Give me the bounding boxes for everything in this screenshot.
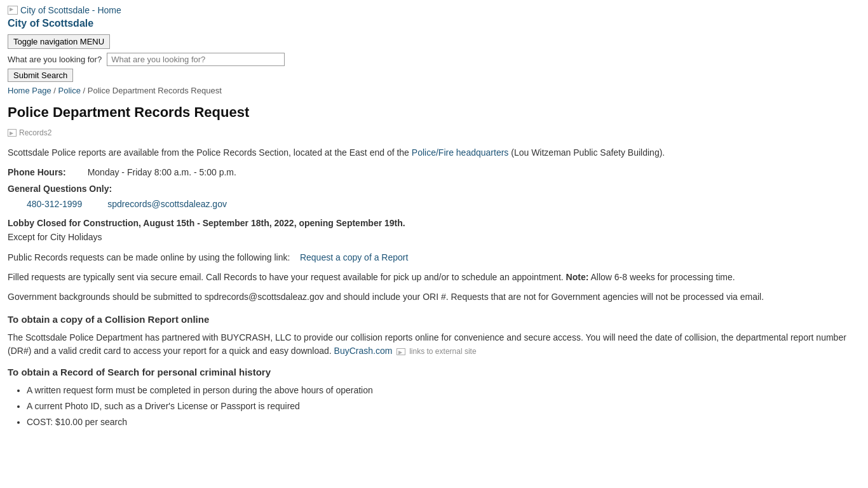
breadcrumb-police[interactable]: Police — [58, 86, 81, 95]
list-item: A current Photo ID, such as a Driver's L… — [27, 400, 860, 413]
phone-hours-label: Phone Hours: — [8, 167, 66, 177]
general-questions-label: General Questions Only: — [8, 184, 860, 194]
logo-image-icon: ▶ — [8, 6, 18, 15]
list-item: COST: $10.00 per search — [27, 416, 860, 429]
phone-link[interactable]: 480-312-1999 — [27, 199, 82, 209]
intro-paragraph: Scottsdale Police reports are available … — [8, 146, 860, 159]
breadcrumb: Home Page / Police / Police Department R… — [8, 86, 860, 95]
search-label: What are you looking for? — [8, 55, 102, 64]
breadcrumb-sep1: / — [53, 86, 58, 95]
filled-requests: Filled requests are typically sent via s… — [8, 271, 860, 284]
phone-hours-value: Monday - Friday 8:00 a.m. - 5:00 p.m. — [88, 167, 236, 177]
collision-text: The Scottsdale Police Department has par… — [8, 331, 860, 358]
breadcrumb-home[interactable]: Home Page — [8, 86, 51, 95]
public-records-text: Public Records requests can be made onli… — [8, 251, 860, 264]
site-logo-link[interactable]: ▶ City of Scottsdale - Home — [8, 5, 860, 15]
submit-search-button[interactable]: Submit Search — [8, 69, 73, 82]
note-label: Note: — [566, 272, 589, 282]
records-image-icon — [8, 129, 17, 137]
records-image-alt: Records2 — [19, 128, 51, 137]
site-title[interactable]: City of Scottsdale — [8, 18, 860, 29]
lobby-notice: Lobby Closed for Construction, August 15… — [8, 218, 860, 228]
gov-backgrounds: Government backgrounds should be submitt… — [8, 290, 860, 304]
breadcrumb-current: Police Department Records Request — [88, 86, 222, 95]
breadcrumb-sep2: / — [83, 86, 88, 95]
criminal-history-list: A written request form must be completed… — [8, 384, 860, 429]
note-text: Allow 6-8 weeks for processing time. — [590, 272, 735, 282]
phone-hours: Phone Hours: Monday - Friday 8:00 a.m. -… — [8, 167, 860, 177]
site-logo-text[interactable]: City of Scottsdale - Home — [20, 5, 121, 15]
collision-heading: To obtain a copy of a Collision Report o… — [8, 314, 860, 325]
page-title: Police Department Records Request — [8, 104, 860, 121]
nav-toggle-button[interactable]: Toggle navigation MENU — [8, 34, 110, 49]
search-row: What are you looking for? — [8, 53, 860, 66]
hq-link[interactable]: Police/Fire headquarters — [412, 147, 509, 158]
search-input[interactable] — [107, 53, 285, 66]
contact-row: 480-312-1999 spdrecords@scottsdaleaz.gov — [8, 199, 860, 209]
external-link-text: links to external site — [409, 347, 476, 356]
records-image: Records2 — [8, 128, 860, 137]
criminal-history-heading: To obtain a Record of Search for persona… — [8, 367, 860, 377]
external-link-icon — [397, 348, 405, 355]
except-notice: Except for City Holidays — [8, 232, 860, 242]
buycrash-link[interactable]: BuyCrash.com — [334, 346, 393, 356]
list-item: A written request form must be completed… — [27, 384, 860, 397]
report-link[interactable]: Request a copy of a Report — [300, 252, 408, 262]
email-link[interactable]: spdrecords@scottsdaleaz.gov — [107, 199, 227, 209]
